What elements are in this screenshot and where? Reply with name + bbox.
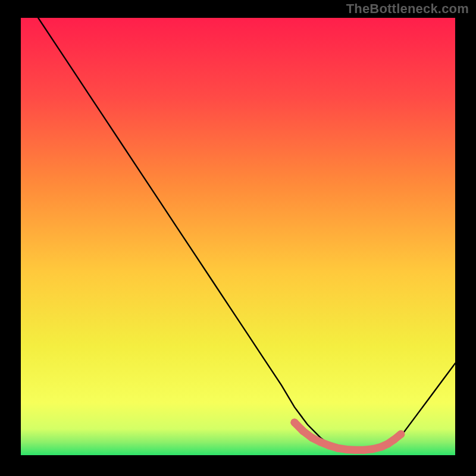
chart-frame: TheBottleneck.com bbox=[0, 0, 476, 476]
highlight-dot bbox=[325, 441, 333, 449]
highlight-dot bbox=[343, 446, 350, 453]
highlight-dot bbox=[360, 446, 368, 454]
highlight-dot bbox=[334, 444, 342, 452]
highlight-dot bbox=[369, 445, 377, 453]
watermark-text: TheBottleneck.com bbox=[346, 1, 469, 17]
highlight-dot bbox=[352, 446, 359, 454]
highlight-dot bbox=[390, 436, 398, 443]
plot-area bbox=[21, 18, 455, 455]
highlight-dot bbox=[317, 439, 324, 446]
highlight-dot bbox=[290, 418, 298, 426]
highlight-dot bbox=[299, 427, 307, 435]
highlight-dot bbox=[308, 434, 316, 441]
highlight-dot bbox=[397, 430, 405, 438]
chart-svg bbox=[21, 18, 455, 455]
highlight-dot bbox=[384, 440, 392, 447]
gradient-background bbox=[21, 18, 455, 455]
